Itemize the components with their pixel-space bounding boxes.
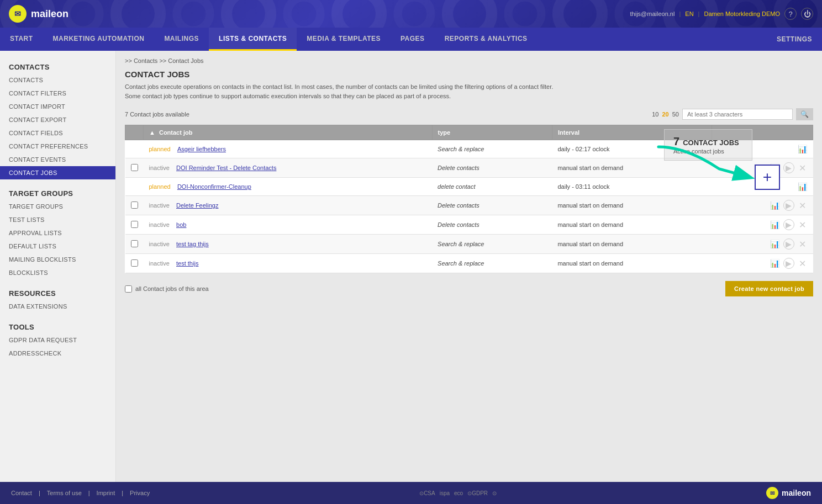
footer-contact[interactable]: Contact (11, 490, 32, 496)
row-cell-interval: manual start on demand (552, 235, 712, 254)
delete-icon[interactable]: ✕ (798, 258, 808, 268)
row-cell-interval: manual start on demand (552, 196, 712, 215)
row-checkbox[interactable] (131, 201, 138, 209)
sidebar-item-mailing-blocklists[interactable]: MAILING BLOCKLISTS (0, 253, 115, 266)
sidebar-item-contact-events[interactable]: CONTACT EVENTS (0, 153, 115, 166)
nav-marketing-automation[interactable]: MARKETING AUTOMATION (43, 28, 155, 51)
stats-icon[interactable]: 📊 (798, 144, 808, 154)
top-bar: ✉ maileon thijs@maileon.nl | EN | Damen … (0, 0, 822, 28)
company-name[interactable]: Damen Motorkleding DEMO (704, 10, 780, 17)
delete-icon[interactable]: ✕ (798, 163, 808, 173)
sidebar-item-contact-jobs[interactable]: CONTACT JOBS (0, 166, 115, 179)
job-link[interactable]: bob (176, 221, 186, 228)
sidebar-item-contact-preferences[interactable]: CONTACT PREFERENCES (0, 140, 115, 153)
nav-mailings[interactable]: MAILINGS (154, 28, 209, 51)
job-link[interactable]: Asgeir liefhebbers (177, 146, 226, 152)
search-button[interactable]: 🔍 (796, 108, 813, 120)
language-switch[interactable]: EN (685, 10, 693, 17)
footer-badges: ⊙CSA ispa eco ⊙GDPR ⊙ (419, 490, 497, 496)
sidebar-item-contact-import[interactable]: CONTACT IMPORT (0, 100, 115, 113)
row-cell-actions: 📊 ▶ ✕ (712, 215, 813, 235)
row-cell-checkbox (125, 215, 144, 235)
app-logo[interactable]: ✉ maileon (9, 5, 68, 23)
row-checkbox[interactable] (131, 259, 138, 267)
sidebar-item-data-extensions[interactable]: DATA EXTENSIONS (0, 300, 115, 313)
footer-terms[interactable]: Terms of use (47, 490, 82, 496)
sidebar-item-blocklists[interactable]: BLOCKLISTS (0, 266, 115, 279)
sidebar-item-contact-filters[interactable]: CONTACT FILTERS (0, 87, 115, 100)
create-contact-job-button[interactable]: Create new contact job (725, 281, 813, 296)
row-cell-type: Delete contacts (432, 215, 552, 235)
play-icon[interactable]: ▶ (783, 238, 794, 250)
sidebar-item-gdpr-data-request[interactable]: GDPR DATA REQUEST (0, 333, 115, 347)
row-cell-interval: manual start on demand (552, 158, 712, 178)
stats-icon[interactable]: 📊 (770, 220, 780, 230)
stats-icon[interactable]: 📊 (770, 258, 780, 268)
row-status: inactive (149, 260, 170, 267)
sidebar-item-contact-fields[interactable]: CONTACT FIELDS (0, 126, 115, 140)
sidebar-item-target-groups[interactable]: TARGET GROUPS (0, 200, 115, 213)
page-title: CONTACT JOBS (125, 70, 813, 79)
sidebar-item-default-lists[interactable]: DEFAULT LISTS (0, 240, 115, 253)
row-cell-checkbox (125, 140, 144, 158)
table-row: inactive Delete Feelingz Delete contacts… (125, 196, 813, 215)
play-icon[interactable]: ▶ (783, 162, 794, 173)
stats-icon[interactable]: 📊 (798, 182, 808, 192)
nav-media-templates[interactable]: MEDIA & TEMPLATES (297, 28, 391, 51)
row-cell-type: Search & replace (432, 254, 552, 273)
footer-privacy[interactable]: Privacy (130, 490, 150, 496)
job-link[interactable]: test thijs (176, 260, 198, 267)
badge-eco: eco (454, 490, 463, 496)
row-checkbox[interactable] (131, 164, 138, 171)
breadcrumb-contacts[interactable]: >> Contacts (125, 57, 157, 64)
sidebar-item-approval-lists[interactable]: APPROVAL LISTS (0, 226, 115, 240)
delete-icon[interactable]: ✕ (798, 200, 808, 210)
sidebar-item-test-lists[interactable]: TEST LISTS (0, 213, 115, 226)
nav-start[interactable]: START (0, 28, 43, 51)
sidebar-item-contact-export[interactable]: CONTACT EXPORT (0, 113, 115, 126)
stats-icon[interactable]: 📊 (770, 239, 780, 249)
content-wrapper: >> Contacts >> Contact Jobs 7 CONTACT JO… (125, 57, 813, 300)
footer-links: Contact | Terms of use | Imprint | Priva… (11, 490, 150, 496)
col-contact-job[interactable]: ▲ Contact job (144, 125, 433, 140)
play-icon[interactable]: ▶ (783, 258, 794, 269)
nav-lists-contacts[interactable]: LISTS & CONTACTS (209, 28, 297, 51)
job-link[interactable]: DOI-Nonconfirmer-Cleanup (177, 183, 251, 190)
row-checkbox[interactable] (131, 240, 138, 247)
page-size-50[interactable]: 50 (672, 111, 679, 118)
summary-box: 7 CONTACT JOBS Active contact jobs (664, 129, 752, 161)
page-size-20[interactable]: 20 (662, 111, 669, 118)
delete-icon[interactable]: ✕ (798, 239, 808, 249)
breadcrumb-contact-jobs: >> Contact Jobs (159, 57, 203, 64)
table-row: inactive bob Delete contacts manual star… (125, 215, 813, 235)
badge-extra: ⊙ (492, 490, 497, 496)
search-input[interactable] (682, 109, 793, 120)
add-contact-job-button[interactable]: + (755, 165, 780, 190)
play-icon[interactable]: ▶ (783, 219, 794, 230)
col-type: type (432, 125, 552, 140)
check-all-checkbox[interactable] (125, 285, 132, 293)
check-all-label[interactable]: all Contact jobs of this area (125, 285, 209, 293)
footer-imprint[interactable]: Imprint (97, 490, 115, 496)
help-icon[interactable]: ? (784, 8, 797, 20)
row-cell-name: inactive test tag thijs (144, 235, 433, 254)
row-cell-checkbox (125, 178, 144, 196)
stats-icon[interactable]: 📊 (770, 200, 780, 210)
page-size-10[interactable]: 10 (652, 111, 658, 118)
row-checkbox[interactable] (131, 221, 138, 228)
play-icon[interactable]: ▶ (783, 200, 794, 211)
nav-settings[interactable]: SETTINGS (767, 28, 822, 51)
row-cell-name: inactive test thijs (144, 254, 433, 273)
nav-pages[interactable]: PAGES (391, 28, 435, 51)
job-link[interactable]: Delete Feelingz (176, 202, 218, 209)
job-link[interactable]: DOI Reminder Test - Delete Contacts (176, 165, 276, 171)
table-row: inactive test tag thijs Search & replace… (125, 235, 813, 254)
job-link[interactable]: test tag thijs (176, 241, 209, 247)
table-row: planned DOI-Nonconfirmer-Cleanup delete … (125, 178, 813, 196)
sidebar-item-addresscheck[interactable]: ADDRESSCHECK (0, 347, 115, 360)
nav-reports-analytics[interactable]: REPORTS & ANALYTICS (435, 28, 538, 51)
sidebar-item-contacts[interactable]: CONTACTS (0, 73, 115, 87)
power-icon[interactable]: ⏻ (801, 8, 813, 20)
delete-icon[interactable]: ✕ (798, 220, 808, 230)
row-status: planned (149, 183, 171, 190)
